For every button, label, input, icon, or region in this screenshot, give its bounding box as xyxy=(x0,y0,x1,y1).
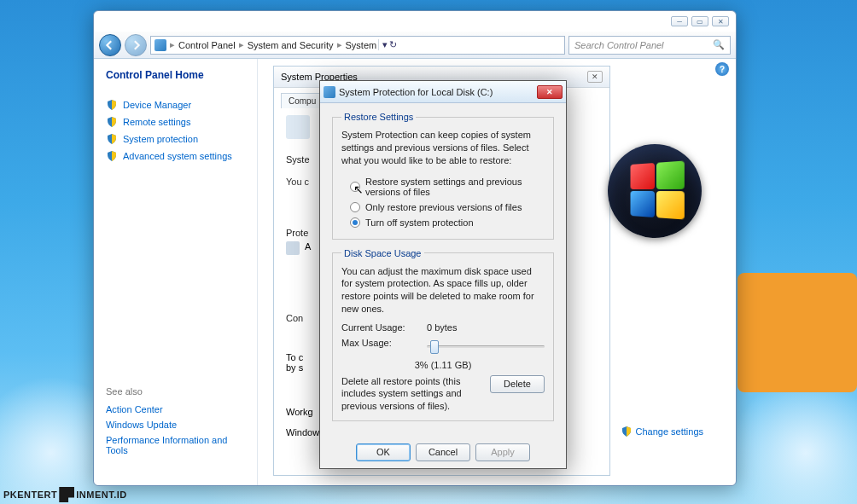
ok-button[interactable]: OK xyxy=(356,443,411,461)
slider-thumb[interactable] xyxy=(430,340,439,354)
sidebar-home[interactable]: Control Panel Home xyxy=(106,69,245,81)
watermark-icon xyxy=(59,487,74,502)
restore-settings-group: Restore Settings System Protection can k… xyxy=(332,112,554,240)
radio-restore-all[interactable]: Restore system settings and previous ver… xyxy=(341,174,545,200)
toolbar: ▸ Control Panel ▸ System and Security ▸ … xyxy=(94,32,736,59)
help-icon[interactable]: ? xyxy=(715,62,729,76)
shield-icon xyxy=(106,133,118,145)
dialog-close-button[interactable]: ✕ xyxy=(537,85,563,99)
cancel-button[interactable]: Cancel xyxy=(416,443,470,461)
radio-icon xyxy=(350,182,360,192)
shield-icon xyxy=(106,150,118,162)
dropdown-icon[interactable]: ▾ xyxy=(382,39,388,50)
dialog-title: System Protection for Local Disk (C:) xyxy=(339,87,493,97)
windows-logo xyxy=(608,144,710,246)
minimize-button[interactable]: ─ xyxy=(671,16,688,26)
sidebar-link-device-manager[interactable]: Device Manager xyxy=(106,96,245,113)
search-icon: 🔍 xyxy=(713,39,725,50)
sidebar-link-advanced-settings[interactable]: Advanced system settings xyxy=(106,148,245,165)
sysprops-close-button[interactable]: ✕ xyxy=(587,71,603,83)
disk-space-group: Disk Space Usage You can adjust the maxi… xyxy=(332,248,554,421)
breadcrumb-leaf[interactable]: System xyxy=(346,40,377,50)
current-usage-label: Current Usage: xyxy=(341,322,418,333)
delete-desc: Delete all restore points (this includes… xyxy=(341,375,481,412)
slider-value-label: 3% (1.11 GB) xyxy=(341,360,545,370)
shield-icon xyxy=(106,99,118,111)
forward-button[interactable] xyxy=(125,34,147,56)
breadcrumb[interactable]: ▸ Control Panel ▸ System and Security ▸ … xyxy=(150,36,565,55)
disk-legend: Disk Space Usage xyxy=(341,248,424,258)
see-also-header: See also xyxy=(106,386,245,397)
see-also-action-center[interactable]: Action Center xyxy=(106,402,245,417)
delete-button[interactable]: Delete xyxy=(490,375,545,393)
system-protection-dialog: System Protection for Local Disk (C:) ✕ … xyxy=(319,80,567,469)
dialog-titlebar[interactable]: System Protection for Local Disk (C:) ✕ xyxy=(320,81,566,103)
computer-icon xyxy=(154,39,166,51)
computer-icon xyxy=(286,115,310,139)
breadcrumb-root[interactable]: Control Panel xyxy=(178,40,236,50)
close-button[interactable]: ✕ xyxy=(712,16,729,26)
watermark: PKENTERT INMENT.ID xyxy=(3,487,127,502)
apply-button[interactable]: Apply xyxy=(475,443,530,461)
dialog-icon xyxy=(324,86,335,98)
radio-restore-versions-only[interactable]: Only restore previous versions of files xyxy=(341,200,545,215)
sidebar-link-system-protection[interactable]: System protection xyxy=(106,130,245,148)
shield-icon xyxy=(106,116,118,128)
tab-computer-name[interactable]: Compu xyxy=(281,93,324,108)
orange-shape xyxy=(737,273,857,392)
max-usage-slider[interactable] xyxy=(427,338,545,355)
max-usage-label: Max Usage: xyxy=(341,338,418,355)
restore-desc: System Protection can keep copies of sys… xyxy=(341,129,545,167)
drive-icon xyxy=(286,241,300,255)
refresh-icon[interactable]: ↻ xyxy=(389,39,397,50)
change-settings-link[interactable]: Change settings xyxy=(621,426,704,437)
sidebar: Control Panel Home Device Manager Remote… xyxy=(94,59,258,485)
see-also-performance[interactable]: Performance Information and Tools xyxy=(106,432,245,458)
see-also-windows-update[interactable]: Windows Update xyxy=(106,417,245,432)
breadcrumb-mid[interactable]: System and Security xyxy=(248,40,334,50)
search-placeholder: Search Control Panel xyxy=(574,40,664,50)
restore-legend: Restore Settings xyxy=(341,112,416,122)
sidebar-link-remote-settings[interactable]: Remote settings xyxy=(106,113,245,130)
current-usage-value: 0 bytes xyxy=(427,322,457,333)
back-button[interactable] xyxy=(99,34,121,56)
radio-turn-off[interactable]: Turn off system protection xyxy=(341,215,545,230)
search-input[interactable]: Search Control Panel 🔍 xyxy=(568,36,731,55)
radio-icon xyxy=(350,202,360,212)
radio-icon xyxy=(350,217,360,228)
disk-desc: You can adjust the maximum disk space us… xyxy=(341,265,545,316)
shield-icon xyxy=(621,426,633,437)
maximize-button[interactable]: ▭ xyxy=(691,16,708,26)
